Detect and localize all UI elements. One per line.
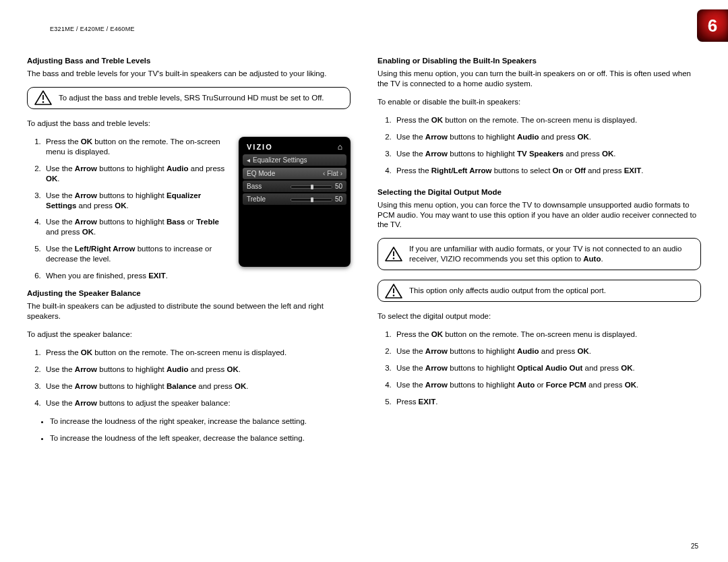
model-header: E321ME / E420ME / E460ME bbox=[50, 26, 135, 32]
warning-icon bbox=[385, 247, 402, 261]
steps-speakers: Press the OK button on the remote. The o… bbox=[377, 115, 701, 176]
slider-icon bbox=[291, 198, 332, 201]
bullets-balance: To increase the loudness of the right sp… bbox=[27, 416, 351, 443]
steps-bass: Press the OK button on the remote. The o… bbox=[27, 137, 231, 281]
step: Use the Arrow buttons to highlight Audio… bbox=[43, 365, 351, 375]
tv-row-bass: Bass 50 bbox=[243, 181, 346, 192]
callout-text: To adjust the bass and treble levels, SR… bbox=[59, 94, 324, 102]
para-to-digital: To select the digital output mode: bbox=[377, 311, 701, 321]
svg-point-2 bbox=[42, 102, 44, 104]
step: When you are finished, press EXIT. bbox=[43, 271, 231, 281]
steps-digital: Press the OK button on the remote. The o… bbox=[377, 330, 701, 407]
para-to-balance: To adjust the speaker balance: bbox=[27, 330, 351, 340]
slider-icon bbox=[291, 185, 332, 189]
bullet: To increase the loudness of the right sp… bbox=[50, 416, 351, 427]
page-number: 25 bbox=[691, 542, 698, 550]
step: Use the Arrow buttons to highlight Bass … bbox=[43, 217, 231, 237]
callout-optical: This option only affects audio output fr… bbox=[377, 280, 701, 302]
home-icon: ⌂ bbox=[338, 142, 342, 152]
svg-point-5 bbox=[393, 258, 395, 260]
callout-auto: If you are unfamiliar with audio formats… bbox=[377, 238, 701, 270]
step: Use the Left/Right Arrow buttons to incr… bbox=[43, 244, 231, 264]
step: Press EXIT. bbox=[394, 397, 701, 407]
warning-icon bbox=[34, 90, 52, 105]
heading-balance: Adjusting the Speaker Balance bbox=[27, 289, 351, 297]
step: Use the Arrow buttons to highlight Balan… bbox=[43, 381, 351, 392]
para-to-adjust: To adjust the bass and treble levels: bbox=[27, 119, 351, 129]
tv-brand: VIZIO bbox=[247, 143, 273, 151]
heading-speakers: Enabling or Disabling the Built-In Speak… bbox=[377, 57, 701, 65]
step: Use the Arrow buttons to highlight Equal… bbox=[43, 191, 231, 211]
para-balance-intro: The built-in speakers can be adjusted to… bbox=[27, 301, 351, 321]
right-arrow-icon: › bbox=[338, 170, 342, 177]
para-bass-intro: The bass and treble levels for your TV's… bbox=[27, 69, 351, 79]
step: Use the Arrow buttons to adjust the spea… bbox=[43, 398, 351, 408]
step: Use the Arrow buttons to highlight Audio… bbox=[394, 132, 701, 142]
heading-bass: Adjusting Bass and Treble Levels bbox=[27, 57, 351, 65]
para-speakers-intro: Using this menu option, you can turn the… bbox=[377, 69, 701, 89]
step: Press the OK button on the remote. The o… bbox=[394, 330, 701, 340]
step: Press the OK button on the remote. The o… bbox=[43, 348, 351, 358]
chapter-tab: 6 bbox=[697, 9, 728, 42]
step: Press the Right/Left Arrow buttons to se… bbox=[394, 166, 701, 176]
heading-digital: Selecting the Digital Output Mode bbox=[377, 188, 701, 196]
step: Use the Arrow buttons to highlight Audio… bbox=[394, 346, 701, 356]
callout-text: If you are unfamiliar with audio formats… bbox=[409, 245, 681, 263]
tv-menu-screenshot: VIZIO ⌂ ◂ Equalizer Settings EQ Mode ‹ F… bbox=[239, 137, 351, 267]
tv-row-treble: Treble 50 bbox=[243, 193, 346, 205]
right-column: Enabling or Disabling the Built-In Speak… bbox=[377, 57, 701, 451]
tv-menu-title: ◂ Equalizer Settings bbox=[243, 154, 346, 166]
svg-point-8 bbox=[393, 294, 395, 296]
tv-row-eqmode: EQ Mode ‹ Flat › bbox=[243, 168, 346, 179]
callout-text: This option only affects audio output fr… bbox=[409, 286, 606, 294]
step: Use the Arrow buttons to highlight Audio… bbox=[43, 164, 231, 184]
step: Use the Arrow buttons to highlight Auto … bbox=[394, 380, 701, 390]
left-column: Adjusting Bass and Treble Levels The bas… bbox=[27, 57, 351, 451]
callout-srs: To adjust the bass and treble levels, SR… bbox=[27, 87, 351, 109]
step: Use the Arrow buttons to highlight Optic… bbox=[394, 363, 701, 373]
step: Press the OK button on the remote. The o… bbox=[394, 115, 701, 125]
steps-balance: Press the OK button on the remote. The o… bbox=[27, 348, 351, 408]
bullet: To increase the loudness of the left spe… bbox=[50, 433, 351, 443]
step: Press the OK button on the remote. The o… bbox=[43, 137, 231, 157]
warning-icon bbox=[385, 284, 402, 299]
para-to-speakers: To enable or disable the built-in speake… bbox=[377, 97, 701, 107]
step: Use the Arrow buttons to highlight TV Sp… bbox=[394, 149, 701, 159]
para-digital-intro: Using this menu option, you can force th… bbox=[377, 200, 701, 230]
back-arrow-icon: ◂ bbox=[247, 156, 250, 164]
